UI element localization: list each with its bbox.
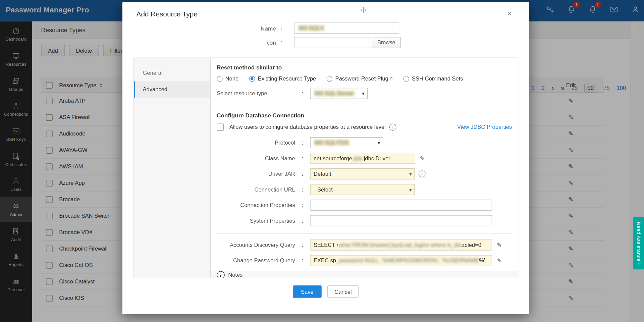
edit-discovery-query-pencil-icon[interactable]: ✎: [497, 241, 502, 249]
driver-jar-row: Driver JAR : Default ▾ i: [217, 168, 518, 179]
driver-jar-value: Default: [314, 171, 331, 177]
radio-existing-resource-type[interactable]: Existing Resource Type: [249, 75, 316, 82]
class-name-prefix: net.sourceforge.: [314, 155, 354, 161]
reset-method-options: None Existing Resource Type Password Res…: [217, 75, 518, 82]
protocol-select[interactable]: MS SQL/TDS ▾: [310, 137, 383, 148]
chevron-down-icon: ▾: [409, 187, 412, 193]
cancel-button[interactable]: Cancel: [327, 285, 359, 298]
class-name-label: Class Name: [217, 155, 295, 161]
driver-jar-select[interactable]: Default ▾: [310, 168, 415, 179]
need-assistance-label: Need Assistance?: [636, 222, 642, 264]
change-password-query-row: Change Password Query : EXEC sp_password…: [217, 255, 518, 266]
radio-ssh-command-sets[interactable]: SSH Command Sets: [403, 75, 463, 82]
query-prefix: EXEC sp_: [314, 258, 339, 264]
colon: :: [279, 40, 284, 46]
name-label: Name: [122, 25, 276, 32]
colon: :: [295, 140, 310, 146]
query-suffix: %': [479, 258, 485, 264]
query-redacted: password NULL, '%NEWPASSWORD%', '%USERNA…: [339, 258, 479, 264]
radio-label: Password Reset Plugin: [335, 75, 393, 82]
connection-properties-label: Connection Properties: [217, 202, 295, 208]
modal-title: Add Resource Type: [137, 10, 198, 18]
class-name-redacted: jtds: [354, 155, 362, 161]
modal-tabs: General Advanced: [134, 57, 211, 277]
db-connection-heading: Configure Database Connection: [217, 112, 518, 119]
chevron-down-icon: ▾: [378, 140, 380, 146]
add-resource-type-modal: Add Resource Type × Name : MS SQLX Icon …: [122, 2, 529, 314]
system-properties-row: System Properties :: [217, 215, 518, 226]
colon: :: [295, 171, 310, 177]
class-name-input[interactable]: net.sourceforge.jtds.jdbc.Driver: [310, 153, 415, 164]
allow-db-properties-row: Allow users to configure database proper…: [217, 124, 518, 131]
icon-input[interactable]: [294, 37, 370, 48]
connection-url-value: --Select--: [314, 186, 336, 193]
change-password-query-input[interactable]: EXEC sp_password NULL, '%NEWPASSWORD%', …: [310, 255, 492, 266]
radio-circle-icon: [403, 76, 409, 82]
colon: :: [295, 218, 310, 224]
connection-properties-row: Connection Properties :: [217, 200, 518, 211]
resource-type-select[interactable]: MS SQL Server ▾: [310, 88, 367, 99]
browse-button[interactable]: Browse: [372, 37, 401, 48]
modal-header: Add Resource Type ×: [122, 2, 529, 22]
radio-circle-icon: [249, 76, 255, 82]
drag-move-icon[interactable]: [360, 6, 367, 15]
query-prefix: SELECT n: [314, 242, 340, 248]
connection-url-label: Connection URL: [217, 186, 295, 193]
query-redacted: ame FROM [master].[sys].sql_logins where…: [340, 242, 462, 248]
colon: :: [295, 202, 310, 208]
select-resource-type-label: Select resource type: [217, 90, 295, 96]
reset-method-heading: Reset method similar to: [217, 64, 518, 71]
colon: :: [295, 155, 310, 161]
allow-db-properties-checkbox[interactable]: [217, 124, 224, 131]
colon: :: [295, 258, 310, 264]
close-icon[interactable]: ×: [507, 9, 512, 18]
query-suffix: abled=0: [462, 242, 481, 248]
connection-properties-input[interactable]: [310, 200, 492, 211]
radio-password-reset-plugin[interactable]: Password Reset Plugin: [327, 75, 393, 82]
class-name-row: Class Name : net.sourceforge.jtds.jdbc.D…: [217, 153, 518, 164]
select-resource-type-row: Select resource type : MS SQL Server ▾: [217, 88, 518, 99]
allow-db-properties-label: Allow users to configure database proper…: [229, 124, 386, 130]
system-properties-input[interactable]: [310, 215, 492, 226]
accounts-discovery-query-label: Accounts Discovery Query: [217, 242, 295, 248]
modal-footer: Save Cancel: [122, 285, 529, 298]
name-input[interactable]: MS SQLX: [294, 22, 399, 34]
accounts-discovery-query-input[interactable]: SELECT name FROM [master].[sys].sql_logi…: [310, 239, 492, 251]
colon: :: [295, 90, 310, 96]
section-divider: [217, 106, 512, 106]
advanced-panel: Reset method similar to None Existing Re…: [211, 57, 518, 277]
protocol-value-redacted: MS SQL/TDS: [314, 140, 350, 146]
system-properties-label: System Properties: [217, 218, 295, 224]
app-root: Password Manager Pro ! ! Dashbo: [0, 0, 644, 322]
save-button[interactable]: Save: [293, 285, 322, 298]
edit-password-query-pencil-icon[interactable]: ✎: [497, 257, 502, 264]
radio-none[interactable]: None: [217, 75, 238, 82]
driver-jar-info-icon[interactable]: i: [418, 170, 425, 177]
colon: :: [295, 186, 310, 193]
chevron-down-icon: ▾: [362, 91, 364, 97]
class-name-suffix: .jdbc.Driver: [362, 155, 390, 161]
notes-label: Notes: [228, 272, 243, 278]
colon: :: [295, 242, 310, 248]
info-icon[interactable]: i: [389, 124, 396, 131]
notes-bar[interactable]: i Notes: [211, 271, 518, 278]
tab-advanced[interactable]: Advanced: [134, 81, 210, 98]
tab-general[interactable]: General: [134, 65, 210, 81]
protocol-row: Protocol : MS SQL/TDS ▾: [217, 137, 518, 148]
connection-url-select[interactable]: --Select-- ▾: [310, 184, 415, 195]
help-bulb-icon[interactable]: [633, 25, 642, 37]
need-assistance-tab[interactable]: Need Assistance?: [633, 217, 644, 270]
section-divider: [217, 233, 512, 234]
radio-circle-icon: [217, 76, 222, 82]
chevron-down-icon: ▾: [409, 171, 412, 177]
name-value-redacted: MS SQLX: [298, 25, 325, 31]
view-jdbc-properties-link[interactable]: View JDBC Properties: [457, 124, 512, 130]
radio-label: None: [225, 75, 239, 82]
edit-class-name-pencil-icon[interactable]: ✎: [420, 155, 425, 162]
name-row: Name : MS SQLX: [122, 22, 529, 34]
icon-label: Icon: [122, 39, 276, 46]
accounts-discovery-query-row: Accounts Discovery Query : SELECT name F…: [217, 239, 518, 251]
icon-row: Icon : Browse: [122, 37, 529, 48]
change-password-query-label: Change Password Query: [217, 258, 295, 264]
colon: :: [279, 25, 284, 31]
